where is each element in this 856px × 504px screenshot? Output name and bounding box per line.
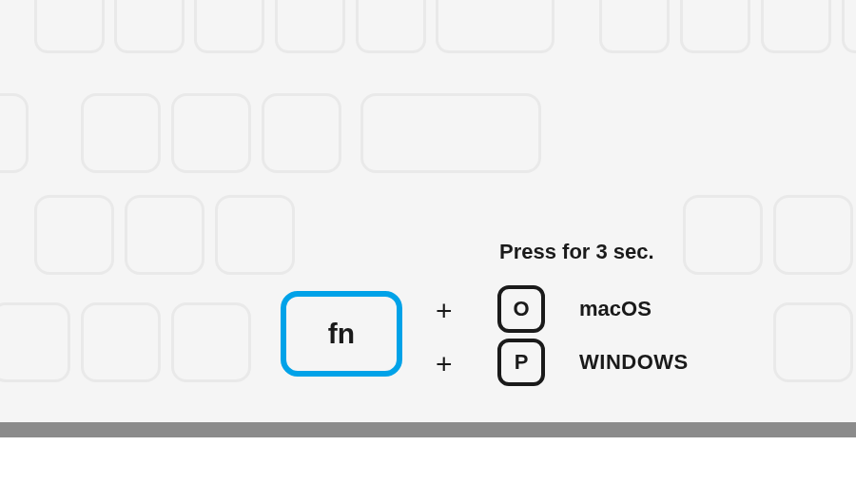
ghost-key [436,0,554,53]
plus-icon: + [436,348,453,380]
ghost-key [680,0,750,53]
o-key-label: O [513,297,529,321]
ghost-key [215,195,295,275]
ghost-key [171,93,251,173]
ghost-key [0,302,70,382]
ghost-key [194,0,264,53]
ghost-key [114,0,185,53]
ghost-key [81,302,161,382]
ghost-key [34,0,105,53]
p-key-label: P [515,350,529,375]
ghost-key [842,0,856,53]
ghost-key [356,0,426,53]
press-duration-label: Press for 3 sec. [499,240,654,264]
ghost-key [262,93,341,173]
ghost-key [761,0,831,53]
ghost-key [683,195,763,275]
ghost-key [360,93,541,173]
ghost-key [0,93,29,173]
ghost-key [773,195,853,275]
macos-label: macOS [579,297,652,321]
ghost-key [599,0,670,53]
ghost-key [34,195,114,275]
ghost-key [81,93,161,173]
ghost-key [171,302,251,382]
keyboard-edge-bar [0,422,856,437]
fn-key: fn [281,291,402,377]
ghost-key [125,195,204,275]
plus-icon: + [436,295,453,327]
ghost-key [773,302,853,382]
p-key: P [497,339,545,386]
fn-key-label: fn [328,318,355,350]
ghost-key [275,0,345,53]
o-key: O [497,285,545,333]
surface-below-keyboard [0,437,856,504]
windows-label: WINDOWS [579,350,689,375]
